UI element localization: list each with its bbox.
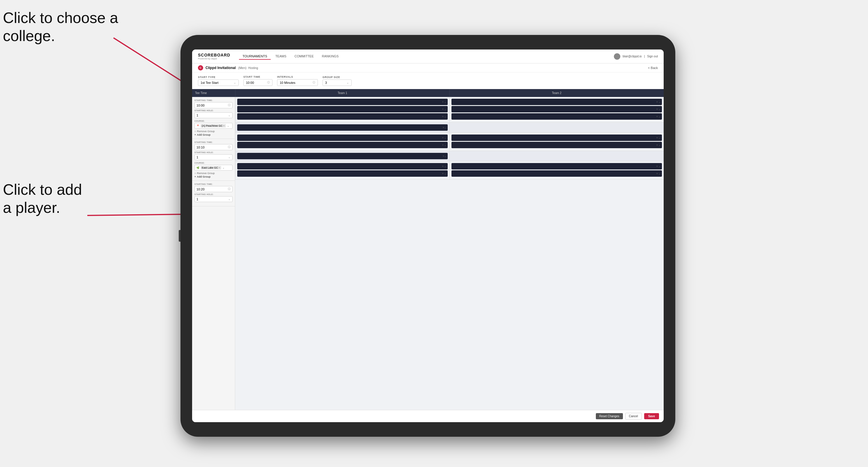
player-slot-t2r1b[interactable]: × ⌄ (452, 106, 662, 113)
content-area: STARTING TIME: 10:00 ⓘ STARTING HOLE: 1 … (192, 97, 664, 410)
course-chevron-1: ⌄ (227, 124, 229, 127)
course-chevron-2: ⌄ (222, 166, 225, 169)
tournament-title: Clippd Invitational (206, 66, 236, 70)
course-row-2: × ⌄ (235, 151, 664, 161)
slot-expand-icon: ⌄ (658, 108, 661, 111)
course-slot-t1-2[interactable]: × ⌄ (237, 153, 448, 159)
player-slot-t2r3b[interactable]: × ⌄ (452, 170, 662, 177)
table-row-1: × ⌄ × ⌄ × ⌄ × (235, 97, 664, 123)
team1-header: Team 1 (235, 89, 450, 97)
starting-time-label-1: STARTING TIME: (194, 99, 232, 101)
back-button[interactable]: < Back (648, 66, 658, 70)
player-slot-t2r1a[interactable]: × ⌄ (452, 99, 662, 105)
course-select-2[interactable]: 🌿 East Lake GC × ⌄ (194, 165, 232, 170)
nav-teams[interactable]: TEAMS (272, 53, 290, 60)
avatar (614, 53, 620, 60)
slot-expand-icon: ⌄ (444, 108, 446, 111)
plus-icon-2: + (194, 175, 196, 178)
team1-row1: × ⌄ × ⌄ × ⌄ (235, 97, 450, 122)
course-team2-row1 (450, 123, 664, 132)
table-row-3: × ⌄ × ⌄ × ⌄ × (235, 161, 664, 180)
slot-x-icon: × (656, 115, 658, 118)
clippd-logo: C (198, 65, 203, 70)
starting-time-input-3[interactable]: 10:20 ⓘ (194, 186, 232, 192)
course-row-1: × ⌄ (235, 123, 664, 133)
team2-header: Team 2 (450, 89, 664, 97)
player-slot-t1r3a[interactable]: × ⌄ (237, 163, 448, 169)
logo-sub: Powered by clippd (198, 57, 230, 60)
start-type-label: Start Type (198, 76, 239, 79)
course-team1-row1: × ⌄ (235, 123, 450, 132)
cancel-button[interactable]: Cancel (625, 413, 642, 419)
start-time-input[interactable]: 10:00 ⓘ (243, 79, 273, 86)
intervals-select[interactable]: 10 Minutes ⓘ (277, 79, 318, 86)
intervals-label: Intervals (277, 75, 318, 78)
save-button[interactable]: Save (644, 413, 659, 419)
slot-x-icon: × (656, 100, 658, 103)
slot-x-icon: × (442, 115, 444, 118)
player-slot-t1r3b[interactable]: × ⌄ (237, 170, 448, 177)
logo-text: SCOREBOARD (198, 53, 230, 57)
nav-right: blair@clippd.io | Sign out (614, 53, 658, 60)
user-email: blair@clippd.io (623, 55, 642, 58)
right-panel: × ⌄ × ⌄ × ⌄ × (235, 97, 664, 410)
info-icon: ⓘ (267, 81, 270, 85)
course-team1-row2: × ⌄ (235, 151, 450, 161)
remove-group-btn-1[interactable]: ○ Remove Group (194, 130, 232, 133)
chevron-down-hole-2: ⌄ (228, 156, 230, 159)
nav-committee[interactable]: COMMITTEE (291, 53, 317, 60)
annotation-choose-college: Click to choose a college. (3, 9, 118, 45)
player-slot-t2r2a[interactable]: × ⌄ (452, 134, 662, 141)
start-type-select[interactable]: 1st Tee Start ⌄ (198, 80, 239, 86)
reset-changes-button[interactable]: Reset Changes (596, 413, 623, 419)
chevron-down-icon-group: ⌄ (347, 81, 349, 84)
player-slot-t2r3a[interactable]: × ⌄ (452, 163, 662, 169)
nav-tournaments[interactable]: TOURNAMENTS (239, 53, 271, 60)
player-slot-t2r2b[interactable]: × ⌄ (452, 142, 662, 148)
slot-expand-icon: ⌄ (444, 100, 446, 103)
player-slot-t1r1b[interactable]: × ⌄ (237, 106, 448, 113)
slot-x-icon: × (442, 100, 444, 103)
nav-rankings[interactable]: RANKINGS (318, 53, 342, 60)
slot-expand-icon: ⌄ (658, 100, 661, 103)
starting-time-input-1[interactable]: 10:00 ⓘ (194, 102, 232, 108)
nav-links: TOURNAMENTS TEAMS COMMITTEE RANKINGS (239, 53, 614, 60)
add-group-btn-2[interactable]: + Add Group (194, 175, 232, 178)
chevron-down-hole-3: ⌄ (228, 198, 230, 200)
player-slot-t1r2a[interactable]: × ⌄ (237, 134, 448, 141)
team1-row2: × ⌄ × ⌄ (235, 133, 450, 151)
group-size-select[interactable]: 3 ⌄ (322, 80, 352, 86)
starting-hole-label-1: STARTING HOLE: (194, 110, 232, 112)
course-tag-1: (A) Peachtree GC × (200, 124, 226, 127)
player-slot-t2r1c[interactable]: × ⌄ (452, 113, 662, 120)
slot-x-icon: × (656, 108, 658, 111)
player-slot-t1r1a[interactable]: × ⌄ (237, 99, 448, 105)
team2-row3: × ⌄ × ⌄ (450, 161, 664, 179)
group-section-3: STARTING TIME: 10:20 ⓘ STARTING HOLE: 1 … (192, 181, 235, 207)
slot-x-icon: × (442, 108, 444, 111)
chevron-down-icon: ⌄ (234, 81, 236, 84)
course-select-1[interactable]: 📍 (A) Peachtree GC × ⌄ (194, 123, 232, 129)
minus-icon-2: ○ (194, 172, 196, 175)
sign-out-link[interactable]: Sign out (647, 55, 658, 58)
start-time-label: Start Time (243, 75, 273, 78)
chevron-down-hole-1: ⌄ (228, 114, 230, 117)
footer-bar: Reset Changes Cancel Save (192, 410, 664, 422)
course-tag-2: East Lake GC × (200, 166, 221, 169)
tablet-frame: SCOREBOARD Powered by clippd TOURNAMENTS… (181, 35, 675, 437)
info-icon-intervals: ⓘ (313, 81, 315, 85)
starting-hole-select-2[interactable]: 1 ⌄ (194, 154, 232, 160)
player-slot-t1r2b[interactable]: × ⌄ (237, 142, 448, 148)
course-slot-t1[interactable]: × ⌄ (237, 124, 448, 131)
plus-icon-1: + (194, 133, 196, 136)
remove-group-btn-2[interactable]: ○ Remove Group (194, 172, 232, 175)
course-remove-icon-1[interactable]: × (223, 124, 225, 127)
starting-time-input-2[interactable]: 10:10 ⓘ (194, 144, 232, 150)
tablet-screen: SCOREBOARD Powered by clippd TOURNAMENTS… (192, 50, 664, 422)
starting-hole-select-3[interactable]: 1 ⌄ (194, 196, 232, 202)
add-group-btn-1[interactable]: + Add Group (194, 133, 232, 136)
left-panel: STARTING TIME: 10:00 ⓘ STARTING HOLE: 1 … (192, 97, 235, 410)
player-slot-t1r1c[interactable]: × ⌄ (237, 113, 448, 120)
starting-hole-select-1[interactable]: 1 ⌄ (194, 113, 232, 118)
course-remove-icon-2[interactable]: × (219, 166, 220, 169)
